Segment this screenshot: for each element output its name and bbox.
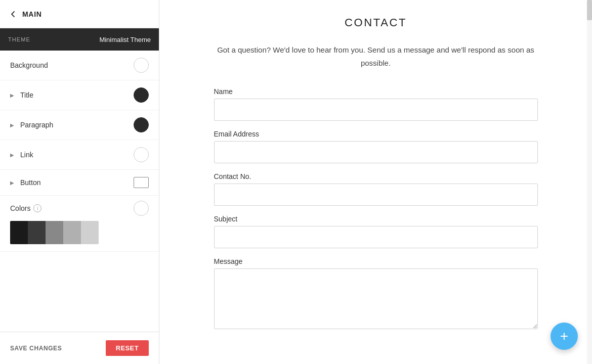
sidebar-footer: SAVE CHANGES RESET bbox=[0, 332, 159, 364]
property-paragraph-left: ▶ Paragraph bbox=[10, 121, 53, 129]
paragraph-color-swatch[interactable] bbox=[134, 117, 149, 132]
property-button-left: ▶ Button bbox=[10, 178, 40, 187]
contact-title: CONTACT bbox=[214, 16, 538, 29]
reset-button[interactable]: RESET bbox=[106, 340, 149, 356]
contact-section: CONTACT Got a question? We'd love to hea… bbox=[194, 0, 558, 364]
paragraph-chevron-icon: ▶ bbox=[10, 122, 16, 128]
theme-label: THEME bbox=[8, 36, 30, 42]
save-changes-button[interactable]: SAVE CHANGES bbox=[10, 340, 100, 356]
palette-swatch-3[interactable] bbox=[46, 221, 63, 244]
contact-no-label: Contact No. bbox=[214, 172, 538, 180]
property-button[interactable]: ▶ Button bbox=[0, 170, 159, 196]
background-label: Background bbox=[10, 61, 48, 69]
theme-bar: THEME Minimalist Theme bbox=[0, 28, 159, 51]
subject-input[interactable] bbox=[214, 226, 538, 248]
form-group-message: Message bbox=[214, 257, 538, 331]
property-background[interactable]: Background bbox=[0, 51, 159, 80]
email-input[interactable] bbox=[214, 141, 538, 163]
color-palette[interactable] bbox=[10, 221, 99, 244]
main-content: CONTACT Got a question? We'd love to hea… bbox=[159, 0, 592, 364]
scrollbar-track[interactable] bbox=[587, 0, 592, 364]
colors-swatch[interactable] bbox=[134, 201, 149, 216]
sidebar-header: MAIN bbox=[0, 0, 159, 28]
property-title[interactable]: ▶ Title bbox=[0, 80, 159, 110]
button-label: Button bbox=[20, 178, 40, 187]
message-textarea[interactable] bbox=[214, 268, 538, 329]
colors-info-icon[interactable]: i bbox=[33, 204, 41, 212]
form-group-name: Name bbox=[214, 87, 538, 121]
property-background-left: Background bbox=[10, 61, 48, 69]
theme-value: Minimalist Theme bbox=[99, 36, 151, 43]
paragraph-label: Paragraph bbox=[20, 121, 53, 129]
name-input[interactable] bbox=[214, 99, 538, 121]
title-color-swatch[interactable] bbox=[134, 87, 149, 103]
contact-no-input[interactable] bbox=[214, 184, 538, 206]
colors-label-row: Colors i bbox=[10, 201, 149, 216]
palette-swatch-1[interactable] bbox=[10, 221, 28, 244]
button-chevron-icon: ▶ bbox=[10, 180, 16, 186]
link-chevron-icon: ▶ bbox=[10, 152, 16, 158]
palette-swatch-5[interactable] bbox=[81, 221, 99, 244]
colors-label-left: Colors i bbox=[10, 204, 41, 212]
property-link-left: ▶ Link bbox=[10, 151, 33, 159]
colors-section: Colors i bbox=[0, 196, 159, 252]
form-group-contact-no: Contact No. bbox=[214, 172, 538, 206]
form-group-email: Email Address bbox=[214, 130, 538, 163]
sidebar-title: MAIN bbox=[22, 10, 42, 18]
message-label: Message bbox=[214, 257, 538, 265]
contact-description: Got a question? We'd love to hear from y… bbox=[214, 43, 538, 69]
colors-text-label: Colors bbox=[10, 204, 30, 212]
link-label: Link bbox=[20, 151, 33, 159]
title-chevron-icon: ▶ bbox=[10, 93, 16, 98]
property-title-left: ▶ Title bbox=[10, 91, 33, 99]
scrollbar-thumb[interactable] bbox=[587, 0, 592, 20]
link-color-swatch[interactable] bbox=[134, 147, 149, 162]
button-color-swatch[interactable] bbox=[134, 177, 149, 188]
palette-swatch-4[interactable] bbox=[63, 221, 81, 244]
fab-button[interactable]: + bbox=[551, 323, 578, 350]
back-button[interactable] bbox=[8, 9, 18, 19]
fab-plus-icon: + bbox=[560, 328, 568, 344]
property-paragraph[interactable]: ▶ Paragraph bbox=[0, 110, 159, 140]
sidebar: MAIN THEME Minimalist Theme Background ▶… bbox=[0, 0, 159, 364]
form-group-subject: Subject bbox=[214, 215, 538, 248]
name-label: Name bbox=[214, 87, 538, 96]
background-color-swatch[interactable] bbox=[134, 58, 149, 73]
palette-swatch-2[interactable] bbox=[28, 221, 46, 244]
subject-label: Subject bbox=[214, 215, 538, 223]
property-link[interactable]: ▶ Link bbox=[0, 140, 159, 170]
title-label: Title bbox=[20, 91, 33, 99]
sidebar-properties: Background ▶ Title ▶ Paragraph ▶ Link bbox=[0, 51, 159, 332]
email-label: Email Address bbox=[214, 130, 538, 138]
